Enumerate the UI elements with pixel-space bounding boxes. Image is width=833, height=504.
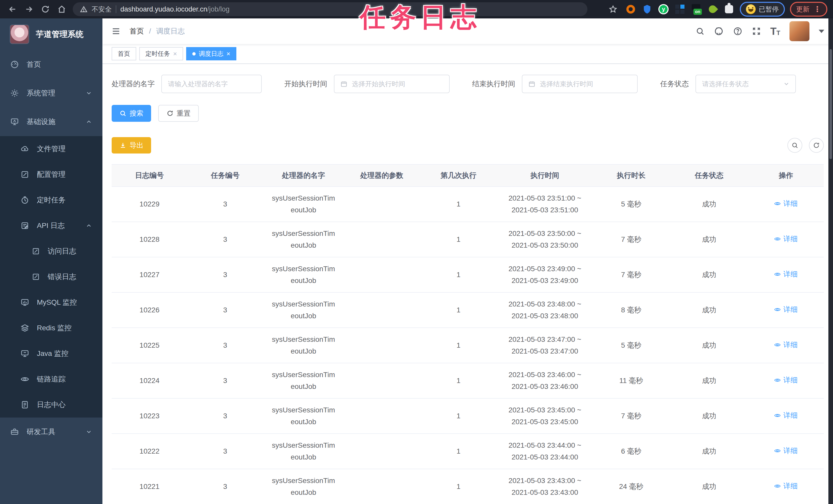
close-icon[interactable]: × [173, 50, 177, 58]
cell-job-id: 3 [187, 293, 263, 328]
cell-status: 成功 [670, 222, 748, 257]
cell-actions: 详细 [748, 293, 824, 328]
sidebar-item-infra[interactable]: 基础设施 [0, 107, 102, 136]
job-status-input[interactable] [701, 80, 780, 88]
navbar: 首页 / 调度日志 TT [102, 19, 833, 44]
eye-icon [774, 271, 781, 278]
search-icon [119, 110, 126, 117]
cell-job-id: 3 [187, 186, 263, 222]
export-button[interactable]: 导出 [112, 137, 151, 153]
cell-handler-name: sysUserSessionTimeoutJob [263, 469, 344, 504]
sidebar-item-home[interactable]: 首页 [0, 50, 102, 79]
page-scrollbar[interactable] [828, 19, 833, 504]
help-icon[interactable] [733, 26, 743, 36]
detail-link[interactable]: 详细 [774, 445, 798, 457]
sidebar-item-error-log[interactable]: 错误日志 [0, 264, 102, 289]
column-header: 处理器的名字 [263, 165, 344, 186]
reload-icon[interactable] [39, 2, 52, 16]
detail-link[interactable]: 详细 [774, 304, 798, 316]
cell-handler-name: sysUserSessionTimeoutJob [263, 222, 344, 257]
detail-link[interactable]: 详细 [774, 480, 798, 492]
cell-actions: 详细 [748, 398, 824, 434]
tab-scheduled-jobs[interactable]: 定时任务 × [139, 47, 183, 60]
sidebar-item-api-log[interactable]: API 日志 [0, 213, 102, 238]
filter-end-time: 结束执行时间 [472, 75, 638, 93]
cell-execute-index: 1 [420, 363, 497, 398]
extension-sprout-icon[interactable] [707, 4, 718, 15]
back-icon[interactable] [6, 2, 20, 16]
search-icon[interactable] [695, 27, 705, 36]
user-avatar[interactable] [789, 21, 809, 41]
cell-log-id: 10223 [112, 398, 187, 434]
cell-duration: 8 毫秒 [592, 293, 670, 328]
toggle-search-button[interactable] [787, 138, 802, 153]
job-status-select[interactable] [695, 75, 796, 93]
extension-on-icon[interactable]: on [691, 4, 702, 15]
cell-handler-param [344, 186, 420, 222]
sidebar-item-trace[interactable]: 链路追踪 [0, 367, 102, 392]
sidebar-item-java-monitor[interactable]: Java 监控 [0, 341, 102, 367]
github-icon[interactable] [714, 26, 724, 36]
avatar-caret-icon[interactable] [819, 30, 824, 33]
sidebar-item-mysql-monitor[interactable]: MySQL 监控 [0, 289, 102, 315]
detail-link[interactable]: 详细 [774, 198, 798, 209]
cell-status: 成功 [670, 257, 748, 293]
forward-icon[interactable] [22, 2, 36, 16]
sidebar-item-file-manage[interactable]: 文件管理 [0, 136, 102, 162]
cell-status: 成功 [670, 363, 748, 398]
tab-home[interactable]: 首页 [112, 47, 136, 60]
detail-link[interactable]: 详细 [774, 268, 798, 280]
cell-job-id: 3 [187, 222, 263, 257]
column-header: 日志编号 [112, 165, 187, 186]
home-icon[interactable] [55, 2, 69, 16]
cell-execute-time: 2021-05-03 23:44:00 ~2021-05-03 23:44:00 [498, 434, 592, 469]
extension-puzzle-icon[interactable] [723, 4, 735, 15]
table-row: 102233sysUserSessionTimeoutJob12021-05-0… [112, 398, 824, 434]
detail-link[interactable]: 详细 [774, 374, 798, 386]
close-icon[interactable]: × [227, 50, 230, 58]
cell-handler-param [344, 398, 420, 434]
cell-handler-param [344, 257, 420, 293]
sidebar-item-scheduled-jobs[interactable]: 定时任务 [0, 187, 102, 213]
cell-duration: 7 毫秒 [592, 257, 670, 293]
extension-shield-icon[interactable] [641, 4, 653, 15]
browser-chrome: 不安全 dashboard.yudao.iocoder.cn/job/log y… [0, 0, 833, 19]
cell-handler-param [344, 434, 420, 469]
menu-dots-icon[interactable]: ⋮ [813, 7, 821, 11]
extension-ring-icon[interactable] [625, 4, 636, 15]
sidebar-item-dev-tools[interactable]: 研发工具 [0, 418, 102, 446]
app-logo[interactable]: 芋道管理系统 [0, 19, 102, 50]
extension-blocks-icon[interactable] [674, 4, 686, 15]
detail-link[interactable]: 详细 [774, 233, 798, 245]
cell-log-id: 10226 [112, 293, 187, 328]
sidebar-item-system[interactable]: 系统管理 [0, 79, 102, 107]
detail-link[interactable]: 详细 [774, 339, 798, 351]
sidebar-item-log-center[interactable]: 日志中心 [0, 392, 102, 418]
cell-execute-index: 1 [420, 434, 497, 469]
cell-execute-time: 2021-05-03 23:47:00 ~2021-05-03 23:47:00 [498, 328, 592, 363]
sidebar-item-access-log[interactable]: 访问日志 [0, 238, 102, 264]
sidebar-item-redis-monitor[interactable]: Redis 监控 [0, 315, 102, 341]
browser-update-button[interactable]: 更新 ⋮ [790, 2, 827, 17]
eye-icon [774, 236, 781, 242]
breadcrumb-home[interactable]: 首页 [129, 26, 144, 36]
fullscreen-icon[interactable] [752, 27, 761, 36]
search-button[interactable]: 搜索 [112, 105, 151, 122]
hamburger-icon[interactable] [111, 26, 121, 36]
profile-paused-chip[interactable]: 已暂停 [740, 2, 785, 17]
timer-icon [21, 196, 29, 204]
detail-link[interactable]: 详细 [774, 410, 798, 421]
reset-button[interactable]: 重置 [158, 105, 199, 122]
sidebar-item-config-manage[interactable]: 配置管理 [0, 162, 102, 187]
extension-y-icon[interactable]: y [658, 4, 669, 15]
font-size-icon[interactable]: TT [770, 26, 780, 36]
handler-name-input[interactable] [167, 80, 256, 88]
bookmark-star-icon[interactable] [606, 2, 620, 16]
end-time-input[interactable] [539, 80, 632, 88]
scrollbar-thumb[interactable] [829, 49, 832, 159]
begin-time-input[interactable] [351, 80, 444, 88]
address-bar[interactable]: 不安全 dashboard.yudao.iocoder.cn/job/log [73, 2, 588, 16]
url-divider [116, 5, 116, 13]
tab-job-log[interactable]: 调度日志 × [186, 47, 236, 60]
refresh-table-button[interactable] [809, 138, 824, 153]
